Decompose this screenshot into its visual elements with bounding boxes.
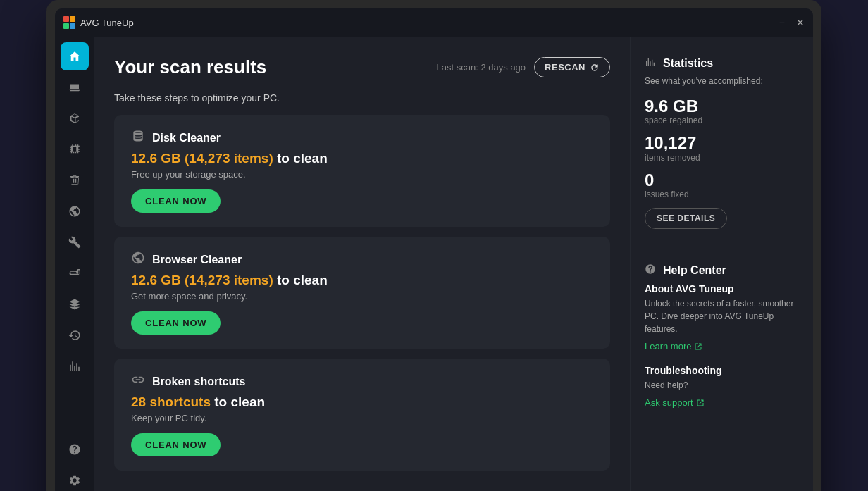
sidebar-item-home[interactable] bbox=[61, 42, 89, 70]
disk-cleaner-desc: Free up your storage space. bbox=[131, 169, 593, 180]
statistics-title: Statistics bbox=[645, 56, 799, 70]
ask-support-link[interactable]: Ask support bbox=[645, 397, 705, 408]
disk-cleaner-highlight: 12.6 GB (14,273 items) bbox=[131, 151, 273, 166]
title-bar: AVG TuneUp − ✕ bbox=[55, 8, 813, 37]
see-details-button[interactable]: SEE DETAILS bbox=[645, 208, 727, 229]
disk-icon bbox=[131, 129, 145, 143]
last-scan-text: Last scan: 2 days ago bbox=[437, 62, 526, 73]
help-about-title: About AVG Tuneup bbox=[645, 283, 799, 294]
page-header: Your scan results Last scan: 2 days ago … bbox=[114, 56, 610, 78]
broken-shortcuts-normal: to clean bbox=[214, 394, 265, 409]
sidebar-item-wrench[interactable] bbox=[61, 228, 89, 256]
broken-shortcuts-desc: Keep your PC tidy. bbox=[131, 413, 593, 423]
sidebar-item-laptop[interactable] bbox=[61, 73, 89, 101]
avg-logo-icon bbox=[63, 16, 76, 29]
bar-chart-icon bbox=[645, 56, 656, 68]
title-bar-controls: − ✕ bbox=[779, 18, 805, 27]
browser-cleaner-highlight: 12.6 GB (14,273 items) bbox=[131, 273, 273, 287]
sidebar-item-box[interactable] bbox=[61, 104, 89, 132]
broken-shortcuts-card: Broken shortcuts 28 shortcuts to clean K… bbox=[114, 359, 610, 471]
page-title: Your scan results bbox=[114, 56, 266, 78]
help-troubleshooting-desc: Need help? bbox=[645, 379, 799, 392]
right-panel: Statistics See what you've accomplished:… bbox=[630, 37, 813, 491]
box-icon bbox=[68, 112, 81, 125]
rescan-icon bbox=[590, 63, 600, 73]
broken-shortcuts-stat: 28 shortcuts to clean bbox=[131, 394, 593, 410]
help-center-section: Help Center About AVG Tuneup Unlock the … bbox=[645, 263, 799, 409]
chip-icon bbox=[68, 143, 81, 156]
stat-issues-label: issues fixed bbox=[645, 189, 799, 199]
settings-icon bbox=[68, 474, 81, 487]
wrench-icon bbox=[68, 236, 81, 249]
sidebar-item-helpquestion[interactable] bbox=[61, 435, 89, 464]
browser-icon bbox=[131, 251, 145, 265]
help-troubleshooting-title: Troubleshooting bbox=[645, 365, 799, 376]
external-link-icon bbox=[694, 342, 702, 351]
question-icon bbox=[68, 443, 81, 456]
browser-cleaner-normal: to clean bbox=[277, 273, 328, 287]
disk-cleaner-title: Disk Cleaner bbox=[152, 132, 221, 144]
laptop-wrapper: AVG TuneUp − ✕ bbox=[46, 0, 822, 491]
globe-icon bbox=[68, 205, 81, 218]
browser-cleaner-card: Browser Cleaner 12.6 GB (14,273 items) t… bbox=[114, 237, 610, 349]
broken-shortcuts-button[interactable]: CLEAN NOW bbox=[131, 433, 221, 456]
sidebar-item-globe[interactable] bbox=[61, 197, 89, 225]
sidebar-item-history[interactable] bbox=[61, 321, 89, 349]
logo-cell-orange bbox=[70, 16, 75, 22]
close-button[interactable]: ✕ bbox=[796, 18, 805, 27]
broken-shortcuts-highlight: 28 shortcuts bbox=[131, 394, 211, 409]
logo-cell-green bbox=[63, 23, 69, 29]
trash-icon bbox=[68, 174, 81, 187]
laptop-icon bbox=[68, 81, 81, 94]
panel-divider bbox=[645, 249, 799, 249]
learn-more-link[interactable]: Learn more bbox=[645, 341, 702, 352]
sidebar-item-trash[interactable] bbox=[61, 166, 89, 194]
disk-cleaner-stat: 12.6 GB (14,273 items) to clean bbox=[131, 151, 593, 166]
chart-icon bbox=[68, 360, 81, 373]
ask-support-external-icon bbox=[696, 399, 705, 407]
sidebar-item-settings[interactable] bbox=[61, 466, 89, 491]
shortcut-icon bbox=[131, 373, 145, 387]
help-center-title: Help Center bbox=[645, 263, 799, 278]
stat-items-label: items removed bbox=[645, 153, 799, 163]
vacuum-icon bbox=[68, 267, 81, 280]
help-item-troubleshooting: Troubleshooting Need help? Ask support bbox=[645, 365, 799, 409]
subtitle: Take these steps to optimize your PC. bbox=[114, 92, 610, 104]
browser-cleaner-button[interactable]: CLEAN NOW bbox=[131, 311, 221, 335]
sidebar-item-chip[interactable] bbox=[61, 135, 89, 163]
stat-space-label: space regained bbox=[645, 116, 799, 125]
stat-issues-fixed: 0 bbox=[645, 171, 799, 189]
header-right: Last scan: 2 days ago RESCAN bbox=[437, 57, 610, 77]
disk-cleaner-button[interactable]: CLEAN NOW bbox=[131, 189, 221, 213]
sidebar-item-stack[interactable] bbox=[61, 290, 89, 318]
minimize-button[interactable]: − bbox=[779, 18, 785, 27]
help-center-icon bbox=[645, 263, 656, 278]
statistics-subtitle: See what you've accomplished: bbox=[645, 76, 799, 86]
browser-cleaner-icon bbox=[131, 251, 145, 268]
disk-cleaner-card: Disk Cleaner 12.6 GB (14,273 items) to c… bbox=[114, 115, 610, 227]
statistics-icon bbox=[645, 56, 656, 70]
stack-icon bbox=[68, 298, 81, 311]
disk-cleaner-icon bbox=[131, 129, 145, 147]
sidebar-item-chart[interactable] bbox=[61, 352, 89, 380]
app-title: AVG TuneUp bbox=[80, 18, 134, 28]
broken-shortcuts-icon bbox=[131, 373, 145, 390]
app-window: AVG TuneUp − ✕ bbox=[55, 8, 813, 491]
sidebar-item-vacuum[interactable] bbox=[61, 259, 89, 287]
home-icon bbox=[68, 50, 81, 63]
rescan-button[interactable]: RESCAN bbox=[534, 57, 610, 77]
browser-cleaner-stat: 12.6 GB (14,273 items) to clean bbox=[131, 273, 593, 288]
title-bar-logo: AVG TuneUp bbox=[63, 16, 774, 29]
sidebar bbox=[55, 37, 94, 491]
main-content: Your scan results Last scan: 2 days ago … bbox=[94, 37, 630, 491]
logo-cell-red bbox=[63, 16, 69, 22]
help-item-about: About AVG Tuneup Unlock the secrets of a… bbox=[645, 283, 799, 352]
disk-cleaner-header: Disk Cleaner bbox=[131, 129, 593, 147]
broken-shortcuts-title: Broken shortcuts bbox=[152, 375, 245, 388]
browser-cleaner-header: Browser Cleaner bbox=[131, 251, 593, 268]
browser-cleaner-title: Browser Cleaner bbox=[152, 254, 242, 266]
stat-space-regained: 9.6 GB bbox=[645, 97, 799, 116]
disk-cleaner-normal: to clean bbox=[277, 151, 328, 166]
broken-shortcuts-header: Broken shortcuts bbox=[131, 373, 593, 390]
app-body: Your scan results Last scan: 2 days ago … bbox=[55, 37, 813, 491]
